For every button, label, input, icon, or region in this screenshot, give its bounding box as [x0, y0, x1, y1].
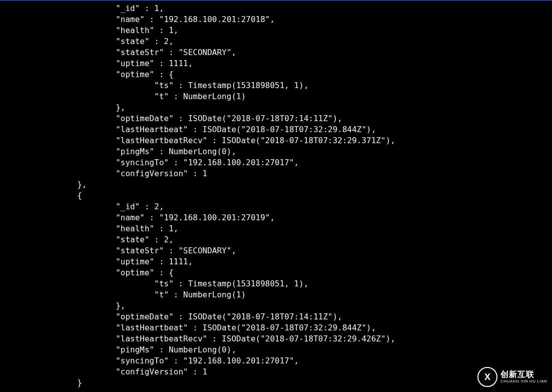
line: "_id" : 1, [0, 4, 164, 13]
watermark-logo: 创新互联 CHUANG XIN HU LIAN [477, 367, 547, 387]
line: "lastHeartbeatRecv" : ISODate("2018-07-1… [0, 136, 395, 145]
line: "stateStr" : "SECONDARY", [0, 246, 236, 255]
line: }, [0, 103, 125, 112]
line: "stateStr" : "SECONDARY", [0, 48, 236, 57]
line: "ts" : Timestamp(1531898051, 1), [0, 279, 309, 288]
line: "syncingTo" : "192.168.100.201:27017", [0, 356, 299, 365]
line: "pingMs" : NumberLong(0), [0, 345, 236, 354]
line: "_id" : 2, [0, 202, 164, 211]
watermark-cn: 创新互联 [500, 370, 547, 378]
line: "syncingTo" : "192.168.100.201:27017", [0, 158, 299, 167]
line: { [0, 191, 82, 200]
line: "configVersion" : 1 [0, 169, 207, 178]
line: "state" : 2, [0, 235, 174, 244]
terminal-output: "_id" : 1, "name" : "192.168.100.201:270… [0, 0, 552, 388]
line: "optime" : { [0, 268, 174, 277]
line: "t" : NumberLong(1) [0, 290, 246, 299]
line: "lastHeartbeatRecv" : ISODate("2018-07-1… [0, 334, 395, 343]
line: "pingMs" : NumberLong(0), [0, 147, 236, 156]
line: "ts" : Timestamp(1531898051, 1), [0, 81, 309, 90]
line: "configVersion" : 1 [0, 367, 207, 376]
line: "optimeDate" : ISODate("2018-07-18T07:14… [0, 114, 342, 123]
watermark-en: CHUANG XIN HU LIAN [500, 379, 547, 383]
line: "name" : "192.168.100.201:27019", [0, 213, 275, 222]
line: "state" : 2, [0, 37, 174, 46]
line: "health" : 1, [0, 224, 178, 233]
line: "lastHeartbeat" : ISODate("2018-07-18T07… [0, 323, 376, 332]
line: "uptime" : 1111, [0, 59, 193, 68]
line: }, [0, 301, 125, 310]
line: "optime" : { [0, 70, 174, 79]
line: "t" : NumberLong(1) [0, 92, 246, 101]
line: "optimeDate" : ISODate("2018-07-18T07:14… [0, 312, 342, 321]
line: "health" : 1, [0, 26, 178, 35]
line: "lastHeartbeat" : ISODate("2018-07-18T07… [0, 125, 376, 134]
line: }, [0, 180, 87, 189]
line: "uptime" : 1111, [0, 257, 193, 266]
line: "name" : "192.168.100.201:27018", [0, 15, 275, 24]
line: } [0, 378, 82, 387]
logo-icon [477, 367, 497, 387]
